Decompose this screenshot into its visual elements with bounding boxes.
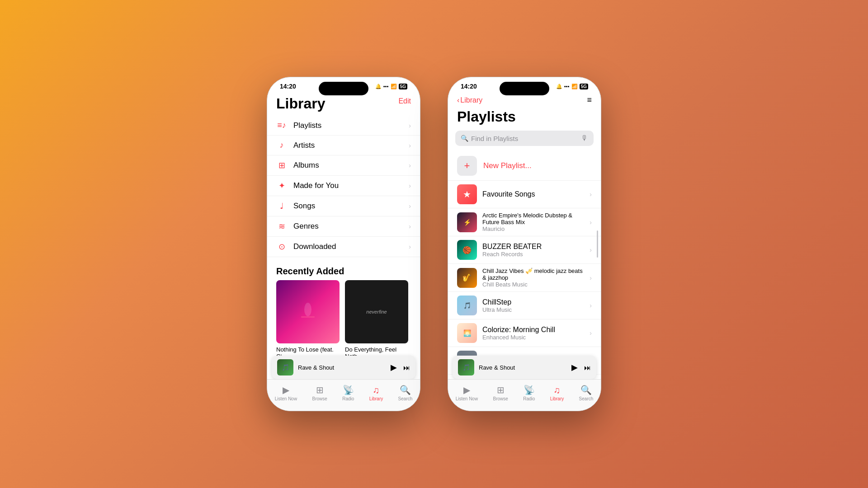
playlist-item-chillstep[interactable]: 🎵 ChillStep Ultra Music › xyxy=(448,292,601,319)
genres-chevron: › xyxy=(409,223,411,230)
library-item-made-for-you[interactable]: ✦ Made for You › xyxy=(267,176,420,196)
playlist-sub-chill-jazz: Chill Beats Music xyxy=(482,281,584,288)
made-for-you-chevron: › xyxy=(409,182,411,189)
playlist-info-chillstep: ChillStep Ultra Music xyxy=(482,298,584,313)
playlists-chevron: › xyxy=(409,122,411,129)
mini-player-controls-2: ▶ ⏭ xyxy=(571,362,591,372)
forward-button-1[interactable]: ⏭ xyxy=(403,364,410,371)
library-item-albums[interactable]: ⊞ Albums › xyxy=(267,155,420,176)
playlist-thumb-buzzer: 🏀 xyxy=(457,240,477,260)
scroll-indicator xyxy=(597,230,598,258)
edit-button[interactable]: Edit xyxy=(398,95,411,105)
tab-library-2[interactable]: ♫ Library xyxy=(550,385,564,401)
playlist-item-chill-jazz[interactable]: 🎷 Chill Jazz Vibes 🎺 melodic jazz beats … xyxy=(448,264,601,292)
mini-player-1[interactable]: 🎵 Rave & Shout ▶ ⏭ xyxy=(272,356,415,379)
wifi-icon-2: 📶 xyxy=(571,84,578,89)
playlists-title: Playlists xyxy=(448,107,601,129)
playlist-item-buzzer[interactable]: 🏀 BUZZER BEATER Reach Records › xyxy=(448,236,601,264)
browse-label-1: Browse xyxy=(312,396,327,401)
library-item-songs[interactable]: ♩ Songs › xyxy=(267,196,420,216)
album-art-2: neverfine xyxy=(345,280,408,343)
search-bar[interactable]: 🔍 Find in Playlists 🎙 xyxy=(455,131,594,146)
mini-player-title-2: Rave & Shout xyxy=(479,364,567,371)
playlist-sub-chillstep: Ultra Music xyxy=(482,306,584,313)
arctic-icon: ⚡ xyxy=(463,219,471,226)
playlist-thumb-colorize: 🌅 xyxy=(457,323,477,343)
album-card-1[interactable]: Nothing To Lose (feat. Ci... Tinlicker xyxy=(276,280,340,366)
library-item-playlists[interactable]: ≡♪ Playlists › xyxy=(267,116,420,136)
playlist-info-favourite: Favourite Songs xyxy=(482,190,584,198)
mini-player-art-1: 🎵 xyxy=(277,359,293,375)
phone-library: 14:20 🔔 ▪▪▪ 📶 5G Library Edit ≡♪ Playlis… xyxy=(267,77,420,411)
library-screen: Library Edit ≡♪ Playlists › ♪ Artists › … xyxy=(267,92,420,380)
tab-library-1[interactable]: ♫ Library xyxy=(369,385,383,401)
album-card-2[interactable]: neverfine Do Everything, Feel Noth... ne… xyxy=(345,280,408,366)
svg-point-0 xyxy=(304,303,311,316)
downloaded-icon: ⊙ xyxy=(276,242,287,252)
made-for-you-label: Made for You xyxy=(293,181,409,190)
microphone-icon[interactable]: 🎙 xyxy=(581,134,588,142)
browse-label-2: Browse xyxy=(493,396,508,401)
search-label-1: Search xyxy=(398,396,413,401)
radio-label-1: Radio xyxy=(342,396,354,401)
play-button-1[interactable]: ▶ xyxy=(391,362,397,372)
forward-button-2[interactable]: ⏭ xyxy=(584,364,591,371)
playlist-item-arctic[interactable]: ⚡ Arctic Empire's Melodic Dubstep & Futu… xyxy=(448,208,601,236)
playlist-thumb-chill-jazz: 🎷 xyxy=(457,268,477,288)
playlist-name-chill-jazz: Chill Jazz Vibes 🎺 melodic jazz beats & … xyxy=(482,267,584,281)
search-magnify-icon: 🔍 xyxy=(461,135,468,142)
dynamic-island-2 xyxy=(500,82,549,95)
new-playlist-button[interactable]: + New Playlist... xyxy=(448,151,601,181)
back-button[interactable]: ‹ Library xyxy=(457,96,482,104)
tab-radio-2[interactable]: 📡 Radio xyxy=(523,385,535,401)
tab-search-2[interactable]: 🔍 Search xyxy=(579,385,594,401)
library-item-downloaded[interactable]: ⊙ Downloaded › xyxy=(267,237,420,257)
playlist-item-colorize[interactable]: 🌅 Colorize: Morning Chill Enhanced Music… xyxy=(448,319,601,347)
playlists-icon: ≡♪ xyxy=(276,121,287,130)
playlist-sub-arctic: Mauricio xyxy=(482,225,584,232)
mini-player-title-1: Rave & Shout xyxy=(298,364,386,371)
plus-icon: + xyxy=(457,156,477,176)
playlists-label: Playlists xyxy=(293,121,409,130)
back-label: Library xyxy=(460,96,482,104)
play-button-2[interactable]: ▶ xyxy=(571,362,578,372)
playlist-thumb-arctic: ⚡ xyxy=(457,212,477,232)
album-art-svg-1 xyxy=(297,300,319,323)
playlist-chevron-favourite: › xyxy=(590,191,592,198)
playlist-item-favourite[interactable]: ★ Favourite Songs › xyxy=(448,181,601,208)
tab-search-1[interactable]: 🔍 Search xyxy=(398,385,413,401)
chillstep-icon: 🎵 xyxy=(463,302,471,309)
status-time-1: 14:20 xyxy=(280,83,296,90)
tab-listen-now-2[interactable]: ▶ Listen Now xyxy=(456,385,478,401)
browse-icon-2: ⊞ xyxy=(497,385,505,395)
mini-player-2[interactable]: 🎵 Rave & Shout ▶ ⏭ xyxy=(453,356,596,379)
artists-icon: ♪ xyxy=(276,141,287,150)
playlist-thumb-chillstep: 🎵 xyxy=(457,296,477,315)
listen-now-icon-1: ▶ xyxy=(283,385,289,395)
playlist-name-chillstep: ChillStep xyxy=(482,298,584,306)
songs-icon: ♩ xyxy=(276,201,287,211)
menu-icon[interactable]: ≡ xyxy=(587,95,592,105)
library-item-genres[interactable]: ≋ Genres › xyxy=(267,216,420,237)
colorize-icon: 🌅 xyxy=(463,329,471,337)
recently-added-header: Recently Added xyxy=(267,259,420,280)
playlist-info-chill-jazz: Chill Jazz Vibes 🎺 melodic jazz beats & … xyxy=(482,267,584,288)
made-for-you-icon: ✦ xyxy=(276,181,287,191)
signal-icon-2: ▪▪▪ xyxy=(564,84,570,89)
tab-bar-2: ▶ Listen Now ⊞ Browse 📡 Radio ♫ Library … xyxy=(448,379,601,411)
genres-label: Genres xyxy=(293,222,409,231)
radio-icon-2: 📡 xyxy=(524,385,535,395)
tab-radio-1[interactable]: 📡 Radio xyxy=(342,385,354,401)
playlist-name-favourite: Favourite Songs xyxy=(482,190,584,198)
library-item-artists[interactable]: ♪ Artists › xyxy=(267,136,420,155)
tab-browse-1[interactable]: ⊞ Browse xyxy=(312,385,327,401)
cellular-badge-1: 5G xyxy=(399,84,407,89)
albums-chevron: › xyxy=(409,162,411,169)
radio-label-2: Radio xyxy=(523,396,535,401)
tab-bar-1: ▶ Listen Now ⊞ Browse 📡 Radio ♫ Library … xyxy=(267,379,420,411)
playlist-sub-buzzer: Reach Records xyxy=(482,251,584,258)
tab-listen-now-1[interactable]: ▶ Listen Now xyxy=(275,385,297,401)
library-title: Library xyxy=(276,95,325,112)
dynamic-island-1 xyxy=(319,82,368,95)
tab-browse-2[interactable]: ⊞ Browse xyxy=(493,385,508,401)
